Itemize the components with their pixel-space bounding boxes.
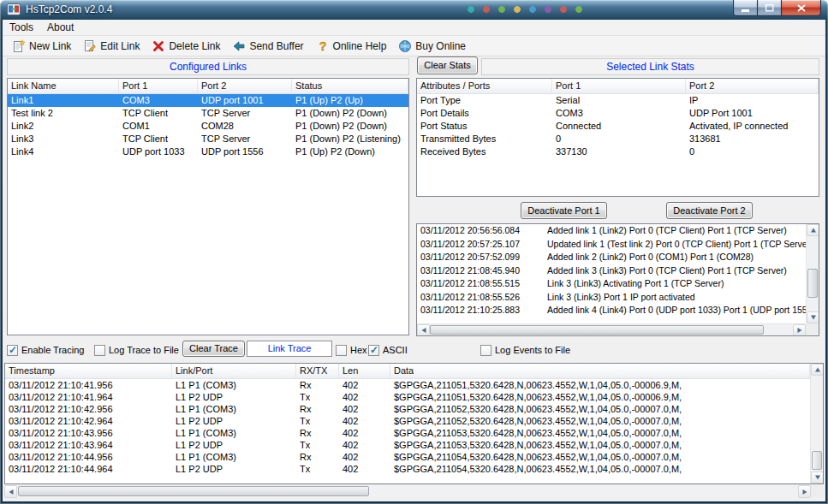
trace-row[interactable]: 03/11/2012 21:10:42.964 L1 P2 UDP Tx 402… (5, 415, 810, 427)
scroll-up-arrow[interactable] (807, 224, 819, 236)
link-row[interactable]: Link2 COM1 COM28 P1 (Down) P2 (Down) (8, 120, 408, 133)
trace-link-port-cell: L1 P1 (COM3) (172, 403, 296, 415)
column-header-stats-port2[interactable]: Port 2 (686, 79, 819, 93)
link-row[interactable]: Link4 UDP port 1033 UDP port 1556 P1 (Up… (8, 145, 408, 158)
link-name-cell: Link1 (8, 94, 119, 107)
stats-row[interactable]: Port Status Connected Activated, IP conn… (417, 120, 819, 133)
ascii-checkbox-box[interactable] (368, 345, 379, 356)
column-header-port1[interactable]: Port 1 (119, 79, 198, 93)
stats-row[interactable]: Port Type Serial IP (417, 94, 819, 107)
new-link-button[interactable]: New Link (6, 37, 77, 56)
minimize-button[interactable] (733, 0, 758, 16)
column-header-link-name[interactable]: Link Name (8, 79, 119, 93)
trace-row[interactable]: 03/11/2012 21:10:44.956 L1 P1 (COM3) Rx … (5, 451, 810, 463)
event-log-entry[interactable]: 03/11/2012 21:08:55.515 Link 3 (Link3) A… (417, 277, 806, 291)
scroll-up-arrow[interactable] (811, 364, 824, 376)
column-header-stats-port1[interactable]: Port 1 (552, 79, 686, 93)
hex-checkbox[interactable]: Hex (336, 344, 367, 356)
event-log-entry[interactable]: 03/11/2012 20:57:52.099 Added link 2 (Li… (417, 251, 806, 264)
event-log-entry[interactable]: 03/11/2012 21:10:25.883 Added link 4 (Li… (417, 304, 806, 317)
column-header-attributes[interactable]: Attributes / Ports (417, 79, 552, 93)
event-log-entry[interactable]: 03/11/2012 20:56:56.084 Added link 1 (Li… (417, 224, 806, 238)
event-log-entry[interactable]: 03/11/2012 20:57:25.107 Updated link 1 (… (417, 238, 806, 252)
event-log-hscroll-thumb[interactable] (430, 325, 764, 335)
scroll-left-arrow[interactable] (417, 324, 430, 336)
scroll-left-arrow[interactable] (4, 485, 17, 498)
trace-data-cell: $GPGGA,211054,5320.6428,N,00623.4552,W,1… (390, 463, 810, 475)
maximize-button[interactable] (758, 0, 781, 16)
close-button[interactable] (781, 0, 821, 16)
hex-checkbox-box[interactable] (336, 345, 347, 356)
log-events-checkbox-box[interactable] (480, 345, 491, 356)
column-header-status[interactable]: Status (292, 79, 408, 93)
link-row[interactable]: Link1 COM3 UDP port 1001 P1 (Up) P2 (Up) (8, 94, 408, 107)
online-help-button[interactable]: ? Online Help (310, 37, 393, 56)
scroll-right-arrow[interactable] (793, 324, 806, 336)
trace-hscroll-thumb[interactable] (18, 486, 369, 496)
link-row[interactable]: Test link 2 TCP Client TCP Server P1 (Do… (8, 107, 408, 120)
trace-vscrollbar[interactable] (810, 364, 823, 483)
trace-table: Timestamp Link/Port RX/TX Len Data 03/11… (4, 363, 824, 484)
link-port2-cell: TCP Server (198, 133, 292, 145)
edit-link-button[interactable]: Edit Link (77, 37, 146, 56)
buy-online-icon (398, 39, 412, 53)
column-header-timestamp[interactable]: Timestamp (5, 364, 172, 378)
log-events-label: Log Events to File (495, 345, 570, 355)
column-header-data[interactable]: Data (390, 364, 810, 378)
trace-row[interactable]: 03/11/2012 21:10:43.956 L1 P1 (COM3) Rx … (5, 427, 810, 439)
trace-row[interactable]: 03/11/2012 21:10:44.964 L1 P2 UDP Tx 402… (5, 463, 810, 475)
trace-timestamp-cell: 03/11/2012 21:10:43.956 (5, 427, 172, 439)
scroll-down-arrow[interactable] (811, 471, 824, 483)
event-log-entry[interactable]: 03/11/2012 21:08:55.526 Link 3 (Link3) P… (417, 291, 806, 305)
enable-tracing-checkbox[interactable]: Enable Tracing (7, 344, 84, 356)
column-header-port2[interactable]: Port 2 (198, 79, 292, 93)
trace-row[interactable]: 03/11/2012 21:10:41.964 L1 P2 UDP Tx 402… (5, 391, 810, 403)
trace-vscroll-thumb[interactable] (812, 451, 822, 470)
menu-about[interactable]: About (40, 20, 80, 35)
trace-data-cell: $GPGGA,211052,5320.6428,N,00623.4552,W,1… (390, 415, 810, 427)
trace-rxtx-cell: Rx (296, 403, 339, 415)
link-port1-cell: COM3 (119, 94, 198, 107)
column-header-len[interactable]: Len (339, 364, 390, 378)
menu-tools[interactable]: Tools (3, 20, 40, 35)
trace-len-cell: 402 (339, 403, 390, 415)
stats-port2-cell: Activated, IP connected (686, 120, 819, 133)
log-events-to-file-checkbox[interactable]: Log Events to File (480, 344, 570, 356)
trace-rxtx-cell: Rx (296, 451, 339, 463)
stats-row[interactable]: Received Bytes 337130 0 (417, 145, 819, 158)
deactivate-port1-button[interactable]: Deactivate Port 1 (521, 202, 607, 219)
trace-rxtx-cell: Rx (296, 427, 339, 439)
event-log-entry[interactable]: 03/11/2012 21:08:45.940 Added link 3 (Li… (417, 264, 806, 278)
deactivate-port2-button[interactable]: Deactivate Port 2 (666, 202, 753, 219)
scroll-down-arrow[interactable] (807, 311, 819, 323)
clear-stats-button[interactable]: Clear Stats (417, 56, 478, 74)
trace-link-port-cell: L1 P1 (COM3) (172, 379, 296, 391)
titlebar[interactable]: HsTcp2Com v2.0.4 (0, 0, 828, 20)
enable-tracing-checkbox-box[interactable] (7, 345, 18, 356)
trace-data-cell: $GPGGA,211053,5320.6428,N,00623.4552,W,1… (390, 427, 810, 439)
link-row[interactable]: Link3 TCP Client TCP Server P1 (Down) P2… (8, 133, 408, 145)
trace-row[interactable]: 03/11/2012 21:10:43.964 L1 P2 UDP Tx 402… (5, 439, 810, 451)
delete-link-button[interactable]: Delete Link (146, 37, 226, 56)
column-header-link-port[interactable]: Link/Port (172, 364, 296, 378)
trace-row[interactable]: 03/11/2012 21:10:41.956 L1 P1 (COM3) Rx … (5, 379, 810, 391)
scroll-right-arrow[interactable] (798, 485, 811, 498)
stats-row[interactable]: Port Details COM3 UDP Port 1001 (417, 107, 819, 120)
trace-len-cell: 402 (339, 463, 390, 475)
event-log-hscrollbar[interactable] (417, 323, 806, 335)
log-trace-to-file-checkbox[interactable]: Log Trace to File (94, 344, 179, 356)
stats-row[interactable]: Transmitted Bytes 0 313681 (417, 133, 819, 145)
clear-trace-button[interactable]: Clear Trace (182, 341, 245, 357)
log-trace-checkbox-box[interactable] (94, 345, 105, 356)
column-header-rxtx[interactable]: RX/TX (296, 364, 339, 378)
send-buffer-button[interactable]: Send Buffer (226, 37, 309, 56)
event-log-vscrollbar[interactable] (806, 224, 819, 323)
trace-hscrollbar[interactable] (4, 484, 811, 497)
ascii-checkbox[interactable]: ASCII (368, 344, 408, 356)
trace-timestamp-cell: 03/11/2012 21:10:41.964 (5, 391, 172, 403)
event-log-vscroll-thumb[interactable] (807, 269, 818, 298)
buy-online-button[interactable]: Buy Online (392, 37, 472, 56)
trace-row[interactable]: 03/11/2012 21:10:42.956 L1 P1 (COM3) Rx … (5, 403, 810, 415)
stats-attribute-cell: Received Bytes (417, 145, 552, 158)
enable-tracing-label: Enable Tracing (21, 345, 84, 355)
